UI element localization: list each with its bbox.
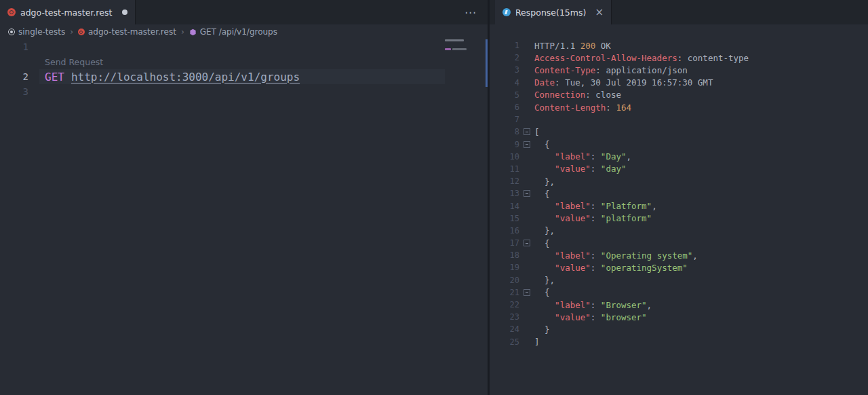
tab-response[interactable]: Response(15ms) × bbox=[495, 0, 612, 24]
response-line-text: ] bbox=[534, 337, 540, 347]
editor-more-actions-button[interactable]: ⋯ bbox=[465, 0, 488, 24]
tab-title: adgo-test-master.rest bbox=[20, 7, 112, 18]
rest-client-window: adgo-test-master.rest ⋯ single-tests › a… bbox=[0, 0, 868, 395]
line-number: 4 bbox=[490, 78, 519, 88]
response-line: 4Date: Tue, 30 Jul 2019 16:57:30 GMT bbox=[490, 77, 868, 89]
right-tab-bar: Response(15ms) × bbox=[490, 0, 868, 24]
fold-collapse-icon[interactable] bbox=[519, 289, 534, 296]
response-line-text: { bbox=[534, 287, 550, 297]
response-line: 14 "label": "Platform", bbox=[490, 200, 868, 212]
response-line: 1HTTP/1.1 200 OK bbox=[490, 39, 868, 52]
line-number: 11 bbox=[490, 164, 519, 174]
close-icon[interactable]: × bbox=[595, 7, 604, 18]
line-number: 3 bbox=[0, 86, 28, 97]
breadcrumb-item-symbol[interactable]: GET /api/v1/groups bbox=[189, 27, 277, 37]
breadcrumb-label: adgo-test-master.rest bbox=[88, 27, 176, 37]
breadcrumb: single-tests › adgo-test-master.rest › G… bbox=[0, 24, 488, 39]
request-url-link[interactable]: http://localhost:3000/api/v1/groups bbox=[71, 71, 300, 83]
rest-file-icon bbox=[78, 29, 85, 35]
response-line-text: { bbox=[534, 139, 550, 149]
editor-line: 1 bbox=[0, 39, 445, 54]
line-number: 8 bbox=[490, 127, 519, 136]
tab-adgo-test-master[interactable]: adgo-test-master.rest bbox=[0, 0, 136, 24]
line-number: 24 bbox=[490, 324, 519, 334]
response-line: 16 }, bbox=[490, 225, 868, 237]
line-number: 21 bbox=[490, 288, 519, 297]
response-line-text: "value": "operatingSystem" bbox=[534, 263, 688, 273]
response-line: 9 { bbox=[490, 138, 868, 151]
response-line: 13 { bbox=[490, 187, 868, 200]
line-number: 1 bbox=[490, 41, 519, 50]
line-number: 7 bbox=[490, 115, 519, 124]
response-line: 20 }, bbox=[490, 274, 868, 286]
line-number: 2 bbox=[0, 71, 28, 82]
response-line-text: }, bbox=[534, 275, 555, 285]
line-number: 25 bbox=[490, 337, 519, 347]
minimap[interactable] bbox=[445, 39, 483, 395]
response-line-text: "label": "Operating system", bbox=[534, 250, 698, 261]
response-line-text: }, bbox=[534, 225, 555, 236]
response-line-text: "value": "browser" bbox=[534, 312, 647, 322]
request-editor[interactable]: 1 Send Request 2 GEThttp://localhost:300… bbox=[0, 39, 488, 395]
send-request-link[interactable]: Send Request bbox=[45, 57, 103, 67]
line-number: 15 bbox=[490, 214, 519, 223]
breadcrumb-item-folder[interactable]: single-tests bbox=[8, 27, 65, 37]
response-line-text: "value": "platform" bbox=[534, 213, 652, 223]
request-line: GEThttp://localhost:3000/api/v1/groups bbox=[28, 71, 300, 83]
line-number: 10 bbox=[490, 152, 519, 162]
response-line: 10 "label": "Day", bbox=[490, 151, 868, 163]
request-editor-pane: adgo-test-master.rest ⋯ single-tests › a… bbox=[0, 0, 488, 395]
line-number: 18 bbox=[490, 250, 519, 260]
minimap-mark bbox=[445, 48, 451, 50]
response-line-text: HTTP/1.1 200 OK bbox=[534, 41, 611, 51]
http-method: GET bbox=[45, 71, 64, 83]
tab-title: Response(15ms) bbox=[515, 7, 586, 18]
response-line: 6Content-Length: 164 bbox=[490, 101, 868, 113]
minimap-mark bbox=[445, 39, 464, 41]
response-line-text: "label": "Platform", bbox=[534, 201, 657, 211]
ellipsis-icon: ⋯ bbox=[465, 5, 477, 19]
line-number: 19 bbox=[490, 263, 519, 272]
response-line-text: { bbox=[534, 189, 550, 199]
fold-collapse-icon[interactable] bbox=[519, 240, 534, 246]
line-number: 2 bbox=[490, 53, 519, 62]
response-line: 5Connection: close bbox=[490, 89, 868, 101]
response-line: 8[ bbox=[490, 126, 868, 138]
response-line-text: Content-Length: 164 bbox=[534, 102, 631, 113]
response-line: 24 } bbox=[490, 323, 868, 335]
response-line-text: "label": "Browser", bbox=[534, 300, 652, 310]
response-pane: Response(15ms) × 1HTTP/1.1 200 OK2Access… bbox=[488, 0, 868, 395]
response-line: 22 "label": "Browser", bbox=[490, 299, 868, 311]
response-line-text: "label": "Day", bbox=[534, 151, 631, 162]
left-tab-bar: adgo-test-master.rest ⋯ bbox=[0, 0, 488, 24]
response-viewer[interactable]: 1HTTP/1.1 200 OK2Access-Control-Allow-He… bbox=[490, 24, 868, 395]
breadcrumb-item-file[interactable]: adgo-test-master.rest bbox=[78, 27, 176, 37]
fold-collapse-icon[interactable] bbox=[519, 141, 534, 148]
rest-file-icon bbox=[7, 8, 16, 16]
line-number: 1 bbox=[0, 41, 28, 52]
line-number: 23 bbox=[490, 312, 519, 322]
minimap-mark bbox=[452, 48, 467, 50]
fold-collapse-icon[interactable] bbox=[519, 128, 534, 135]
response-line: 19 "value": "operatingSystem" bbox=[490, 261, 868, 274]
response-line-text: "value": "day" bbox=[534, 164, 627, 174]
response-line-text: [ bbox=[534, 127, 540, 137]
editor-line: 3 bbox=[0, 84, 445, 99]
line-number: 9 bbox=[490, 140, 519, 149]
breadcrumb-label: GET /api/v1/groups bbox=[200, 27, 277, 37]
fold-collapse-icon[interactable] bbox=[519, 190, 534, 197]
record-icon bbox=[8, 29, 15, 35]
response-line-text: Connection: close bbox=[534, 90, 621, 100]
response-line: 12 }, bbox=[490, 175, 868, 187]
line-number: 3 bbox=[490, 65, 519, 75]
line-number: 20 bbox=[490, 276, 519, 285]
response-line: 25] bbox=[490, 336, 868, 348]
response-line: 2Access-Control-Allow-Headers: content-t… bbox=[490, 52, 868, 64]
breadcrumb-label: single-tests bbox=[18, 27, 65, 37]
response-lines: 1HTTP/1.1 200 OK2Access-Control-Allow-He… bbox=[490, 39, 868, 348]
response-line: 18 "label": "Operating system", bbox=[490, 249, 868, 261]
response-line-text: Content-Type: application/json bbox=[534, 65, 688, 75]
line-number: 22 bbox=[490, 300, 519, 309]
symbol-method-icon bbox=[189, 29, 197, 36]
line-number: 12 bbox=[490, 176, 519, 186]
